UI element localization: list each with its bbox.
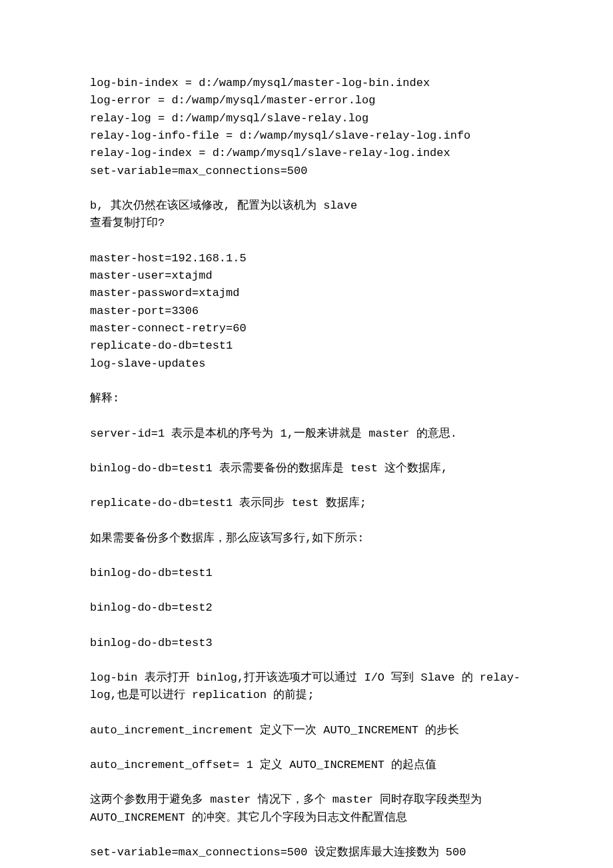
config-line: log-bin-index = d:/wamp/mysql/master-log… [90, 75, 523, 92]
config-block-1: log-bin-index = d:/wamp/mysql/master-log… [90, 75, 523, 180]
config-block-2: master-host=192.168.1.5 master-user=xtaj… [90, 250, 523, 373]
paragraph-multi-db: 如果需要备份多个数据库，那么应该写多行,如下所示: [90, 530, 523, 547]
paragraph-binlog-do-db: binlog-do-db=test1 表示需要备份的数据库是 test 这个数据… [90, 460, 523, 477]
explain-heading: 解释: [90, 390, 523, 407]
config-line: relay-log-info-file = d:/wamp/mysql/slav… [90, 127, 523, 145]
section-b-line: b, 其次仍然在该区域修改, 配置为以该机为 slave [90, 197, 523, 215]
paragraph-binlog-3: binlog-do-db=test3 [90, 635, 523, 652]
document-page: log-bin-index = d:/wamp/mysql/master-log… [0, 0, 613, 868]
config-line: master-connect-retry=60 [90, 320, 523, 337]
paragraph-logbin: log-bin 表示打开 binlog,打开该选项才可以通过 I/O 写到 Sl… [90, 669, 523, 705]
config-line: relay-log-index = d:/wamp/mysql/slave-re… [90, 145, 523, 162]
paragraph-auto-offset: auto_increment_offset= 1 定义 AUTO_INCREME… [90, 757, 523, 774]
config-line: master-host=192.168.1.5 [90, 250, 523, 267]
config-line: replicate-do-db=test1 [90, 337, 523, 355]
paragraph-binlog-2: binlog-do-db=test2 [90, 599, 523, 617]
config-line: relay-log = d:/wamp/mysql/slave-relay.lo… [90, 110, 523, 127]
config-line: log-slave-updates [90, 355, 523, 373]
config-line: master-password=xtajmd [90, 285, 523, 302]
section-b: b, 其次仍然在该区域修改, 配置为以该机为 slave 查看复制打印? [90, 197, 523, 233]
config-line: log-error = d:/wamp/mysql/master-error.l… [90, 92, 523, 109]
paragraph-conflict: 这两个参数用于避免多 master 情况下，多个 master 同时存取字段类型… [90, 791, 523, 827]
paragraph-maxconn: set-variable=max_connections=500 设定数据库最大… [90, 844, 523, 861]
paragraph-auto-increment: auto_increment_increment 定义下一次 AUTO_INCR… [90, 722, 523, 739]
paragraph-binlog-1: binlog-do-db=test1 [90, 565, 523, 582]
config-line: master-port=3306 [90, 303, 523, 320]
config-line: master-user=xtajmd [90, 267, 523, 285]
paragraph-server-id: server-id=1 表示是本机的序号为 1,一般来讲就是 master 的意… [90, 425, 523, 443]
paragraph-replicate-do-db: replicate-do-db=test1 表示同步 test 数据库; [90, 495, 523, 512]
section-b-line: 查看复制打印? [90, 215, 523, 232]
config-line: set-variable=max_connections=500 [90, 163, 523, 180]
